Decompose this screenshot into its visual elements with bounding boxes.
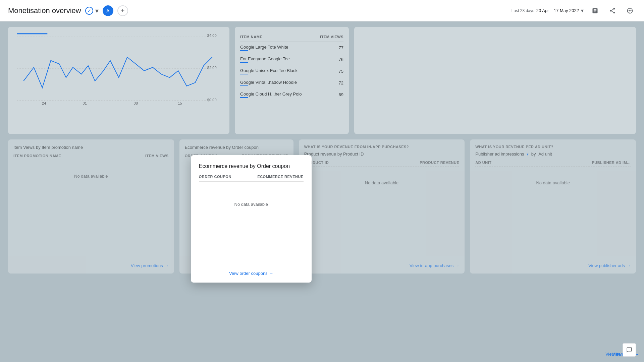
top-bar-left: Monetisation overview ✓ ▾ A + bbox=[8, 5, 128, 16]
table-row: For Everyone Google Tee 76 bbox=[240, 54, 343, 65]
in-app-card: WHAT IS YOUR REVENUE FROM IN-APP PURCHAS… bbox=[299, 139, 465, 274]
arrow-right-icon: → bbox=[455, 263, 459, 268]
blue-line-icon bbox=[240, 50, 248, 51]
svg-text:$0.00: $0.00 bbox=[207, 98, 217, 102]
avatar[interactable]: A bbox=[103, 5, 113, 16]
publisher-ads-section-label: WHAT IS YOUR REVENUE PER AD UNIT? bbox=[475, 145, 631, 149]
table-row: Google Unisex Eco Tee Black 75 bbox=[240, 65, 343, 77]
arrow-right-icon: → bbox=[626, 263, 631, 268]
modal-title: Ecommerce revenue by Order coupon bbox=[199, 163, 304, 169]
order-coupon-modal: Ecommerce revenue by Order coupon ORDER … bbox=[191, 155, 312, 283]
promotions-no-data: No data available bbox=[13, 174, 169, 179]
top-bar: Monetisation overview ✓ ▾ A + Last 28 da… bbox=[0, 0, 644, 21]
blue-line-icon bbox=[240, 62, 248, 63]
promotions-col1-label: ITEM PROMOTION NAME bbox=[13, 154, 61, 158]
item-value: 76 bbox=[339, 57, 343, 62]
svg-text:$2.00: $2.00 bbox=[207, 66, 217, 70]
promotions-col2-label: ITEM VIEWS bbox=[145, 154, 169, 158]
svg-text:08: 08 bbox=[133, 101, 138, 105]
modal-col2-label: ECOMMERCE REVENUE bbox=[257, 175, 303, 179]
revenue-chart-card: $4.00 $2.00 $0.00 24 Apr 01 May 08 15 bbox=[8, 27, 229, 134]
view-publisher-ads-link[interactable]: View publisher ads → bbox=[588, 263, 631, 268]
item-value: 77 bbox=[339, 45, 343, 50]
items-card: ITEM NAME ITEM VIEWS Google Large Tote W… bbox=[235, 27, 349, 134]
publisher-ads-col2-label: PUBLISHER AD IM... bbox=[592, 161, 631, 165]
table-row: Google Large Tote White 77 bbox=[240, 42, 343, 54]
feedback-button[interactable] bbox=[623, 343, 636, 357]
svg-text:$4.00: $4.00 bbox=[207, 34, 217, 38]
arrow-right-icon: → bbox=[164, 263, 169, 268]
item-name: Google Cloud H...her Grey Polo bbox=[240, 92, 302, 98]
promotions-card-title: Item Views by Item promotion name bbox=[13, 145, 169, 150]
add-button[interactable]: + bbox=[117, 5, 128, 16]
publisher-ads-no-data: No data available bbox=[475, 180, 631, 185]
modal-no-data: No data available bbox=[199, 202, 304, 207]
title-chevron-icon[interactable]: ▾ bbox=[95, 7, 99, 15]
table-row: Google Vinta...hadow Hoodie 72 bbox=[240, 77, 343, 89]
modal-col1-label: ORDER COUPON bbox=[199, 175, 231, 179]
item-name: For Everyone Google Tee bbox=[240, 56, 290, 63]
in-app-section-label: WHAT IS YOUR REVENUE FROM IN-APP PURCHAS… bbox=[304, 145, 460, 149]
promotions-col-headers: ITEM PROMOTION NAME ITEM VIEWS bbox=[13, 154, 169, 160]
svg-text:24: 24 bbox=[42, 101, 46, 105]
save-report-button[interactable] bbox=[589, 5, 601, 17]
view-promotions-link[interactable]: View promotions → bbox=[131, 263, 169, 268]
blue-line-icon bbox=[240, 74, 248, 74]
modal-col-header: ORDER COUPON ECOMMERCE REVENUE bbox=[199, 175, 304, 182]
item-lists-card: View item lists → bbox=[354, 27, 636, 134]
date-range[interactable]: Last 28 days 20 Apr – 17 May 2022 ▾ bbox=[512, 7, 584, 14]
in-app-col2-label: PRODUCT REVENUE bbox=[420, 161, 459, 165]
arrow-right-icon: → bbox=[269, 271, 273, 276]
second-row: Item Views by Item promotion name ITEM P… bbox=[8, 139, 636, 274]
item-value: 75 bbox=[339, 69, 343, 74]
page-title: Monetisation overview bbox=[8, 6, 81, 15]
svg-point-0 bbox=[629, 10, 631, 11]
item-value: 69 bbox=[339, 92, 343, 97]
item-value: 72 bbox=[339, 80, 343, 85]
svg-text:01: 01 bbox=[83, 101, 87, 105]
table-row: Google Cloud H...her Grey Polo 69 bbox=[240, 89, 343, 101]
item-name: Google Large Tote White bbox=[240, 45, 288, 51]
blue-line-icon bbox=[240, 97, 248, 98]
svg-text:Apr: Apr bbox=[41, 106, 47, 106]
items-table-body: Google Large Tote White 77 For Everyone … bbox=[240, 42, 343, 101]
revenue-chart: $4.00 $2.00 $0.00 24 Apr 01 May 08 15 bbox=[13, 32, 224, 106]
item-name: Google Unisex Eco Tee Black bbox=[240, 68, 298, 74]
items-col2-label: ITEM VIEWS bbox=[320, 35, 343, 39]
publisher-ads-col-headers: AD UNIT PUBLISHER AD IM... bbox=[475, 161, 631, 167]
svg-text:15: 15 bbox=[178, 101, 182, 105]
in-app-no-data: No data available bbox=[304, 180, 460, 185]
blue-line-icon bbox=[240, 85, 248, 86]
promotions-card: Item Views by Item promotion name ITEM P… bbox=[8, 139, 174, 274]
title-controls: ✓ ▾ bbox=[85, 7, 99, 15]
items-col1-label: ITEM NAME bbox=[240, 35, 320, 39]
main-content: $4.00 $2.00 $0.00 24 Apr 01 May 08 15 bbox=[0, 21, 644, 362]
first-row: $4.00 $2.00 $0.00 24 Apr 01 May 08 15 bbox=[8, 27, 636, 134]
share-button[interactable] bbox=[606, 5, 619, 17]
publisher-ads-card-title: Publisher ad impressions ▾ by Ad unit bbox=[475, 152, 631, 157]
check-circle-icon[interactable]: ✓ bbox=[85, 7, 93, 15]
item-name: Google Vinta...hadow Hoodie bbox=[240, 80, 297, 86]
top-bar-right: Last 28 days 20 Apr – 17 May 2022 ▾ bbox=[512, 5, 636, 17]
view-order-coupons-link[interactable]: View order coupons → bbox=[191, 271, 312, 276]
explore-button[interactable] bbox=[624, 5, 636, 17]
in-app-card-title: Product revenue by Product ID bbox=[304, 152, 460, 157]
items-table-header: ITEM NAME ITEM VIEWS bbox=[240, 32, 343, 42]
in-app-col-headers: PRODUCT ID PRODUCT REVENUE bbox=[304, 161, 460, 167]
date-chevron-icon[interactable]: ▾ bbox=[581, 7, 584, 14]
publisher-ads-col1-label: AD UNIT bbox=[475, 161, 491, 165]
date-value: 20 Apr – 17 May 2022 bbox=[536, 8, 579, 13]
order-coupon-card-title: Ecommerce revenue by Order coupon bbox=[185, 145, 288, 150]
date-label: Last 28 days bbox=[512, 8, 534, 13]
publisher-ads-card: WHAT IS YOUR REVENUE PER AD UNIT? Publis… bbox=[470, 139, 636, 274]
view-in-app-link[interactable]: View in-app purchases → bbox=[410, 263, 459, 268]
svg-text:May: May bbox=[81, 106, 88, 106]
